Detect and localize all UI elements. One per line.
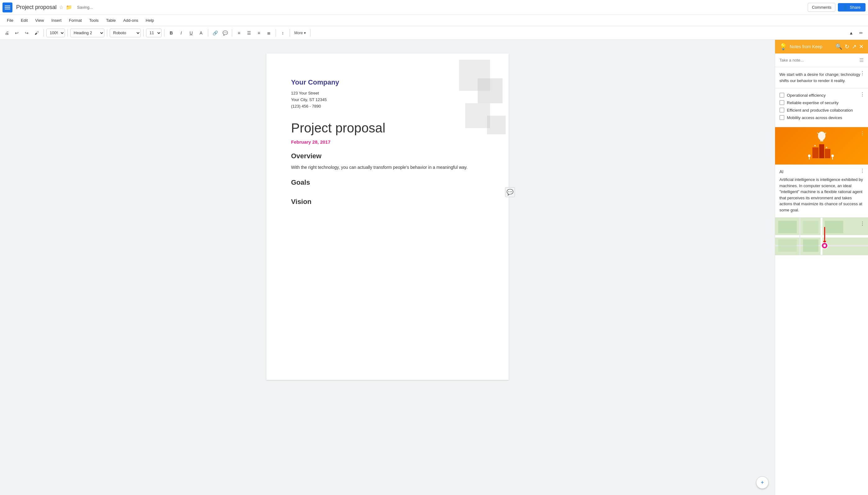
sidebar-open-icon[interactable]: ↗ <box>852 43 856 50</box>
svg-rect-21 <box>825 221 843 233</box>
align-right-button[interactable]: ≡ <box>254 29 263 37</box>
checklist-label-1: Reliable expertise of security <box>787 100 838 105</box>
checklist-menu[interactable]: ⋮ <box>860 91 865 97</box>
deco-square-3 <box>465 103 490 128</box>
comments-button[interactable]: Comments <box>808 3 835 12</box>
line-spacing-button[interactable]: ↕ <box>279 29 287 37</box>
deco-square-4 <box>487 116 506 134</box>
undo-button[interactable]: ↩ <box>13 29 21 37</box>
svg-rect-7 <box>825 149 830 158</box>
edit-mode-button[interactable]: ✏ <box>857 29 866 37</box>
checklist-checkbox-3[interactable] <box>779 115 784 120</box>
comment-button[interactable]: 💬 <box>220 29 229 37</box>
ai-card-menu[interactable]: ⋮ <box>860 168 865 174</box>
toolbar-separator-10 <box>310 29 311 37</box>
checklist-item-0: Operational efficiency <box>779 93 864 98</box>
app-menu-icon[interactable] <box>2 2 13 13</box>
toolbar-separator-4 <box>143 29 144 37</box>
checklist-card: ⋮ Operational efficiency Reliable expert… <box>775 88 868 127</box>
share-button[interactable]: 👤 Share <box>838 3 866 12</box>
main-content: Your Company 123 Your Street Your City, … <box>0 40 868 495</box>
map-image <box>775 218 868 255</box>
city-illustration: ★ ★ <box>803 130 840 161</box>
checklist-checkbox-0[interactable] <box>779 93 784 98</box>
note-input[interactable] <box>779 58 857 63</box>
sidebar-close-icon[interactable]: ✕ <box>859 43 864 50</box>
note-card-1-text: We start with a desire for change; techn… <box>779 71 864 84</box>
italic-button[interactable]: I <box>177 29 185 37</box>
deco-square-2 <box>478 78 502 103</box>
menu-addons[interactable]: Add-ons <box>120 17 141 24</box>
print-button[interactable]: 🖨 <box>2 29 11 37</box>
svg-rect-1 <box>820 140 823 141</box>
sidebar-search-icon[interactable]: 🔍 <box>835 43 842 50</box>
menu-table[interactable]: Table <box>103 17 119 24</box>
note-card-1-menu[interactable]: ⋮ <box>860 70 865 76</box>
toolbar: 🖨 ↩ ↪ 🖌 100% Heading 2 Roboto 11 B I U A… <box>0 26 868 40</box>
justify-button[interactable]: ≣ <box>264 29 273 37</box>
star-icon[interactable]: ☆ <box>59 4 64 10</box>
menu-insert[interactable]: Insert <box>48 17 65 24</box>
font-size-select[interactable]: 11 <box>146 29 162 37</box>
map-card: ⋮ <box>775 218 868 255</box>
underline-button[interactable]: U <box>187 29 195 37</box>
map-card-menu[interactable]: ⋮ <box>860 221 865 227</box>
paint-format-button[interactable]: 🖌 <box>32 29 41 37</box>
image-card-menu[interactable]: ⋮ <box>860 130 865 136</box>
menu-file[interactable]: File <box>4 17 16 24</box>
share-icon: 👤 <box>843 5 848 10</box>
section-vision-heading: Vision <box>291 198 484 206</box>
link-button[interactable]: 🔗 <box>211 29 219 37</box>
svg-text:★: ★ <box>814 144 816 147</box>
checklist-label-2: Efficient and productive collaboration <box>787 108 853 113</box>
menu-edit[interactable]: Edit <box>18 17 31 24</box>
ai-note-text: Artificial intelligence is intelligence … <box>779 176 864 213</box>
font-select[interactable]: Roboto <box>110 29 141 37</box>
style-select[interactable]: Heading 2 <box>70 29 104 37</box>
document-area: Your Company 123 Your Street Your City, … <box>0 40 775 495</box>
section-goals-heading: Goals <box>291 178 484 187</box>
bold-button[interactable]: B <box>167 29 176 37</box>
saving-status: Saving... <box>77 5 93 10</box>
checklist-item-2: Efficient and productive collaboration <box>779 107 864 113</box>
section-overview-heading: Overview <box>291 152 484 160</box>
svg-rect-22 <box>778 239 797 252</box>
keep-bulb-icon: 💡 <box>779 43 787 50</box>
image-card: ★ ★ ⋮ <box>775 127 868 165</box>
document-page[interactable]: Your Company 123 Your Street Your City, … <box>266 53 509 380</box>
checklist-checkbox-1[interactable] <box>779 100 784 105</box>
collapse-toolbar-button[interactable]: ▲ <box>847 29 855 37</box>
notes-sidebar: 💡 Notes from Keep 🔍 ↻ ↗ ✕ ☰ We start wit… <box>775 40 868 495</box>
sidebar-refresh-icon[interactable]: ↻ <box>845 43 849 50</box>
menu-view[interactable]: View <box>32 17 47 24</box>
checklist-label-0: Operational efficiency <box>787 93 826 98</box>
toolbar-separator-1 <box>43 29 44 37</box>
more-button[interactable]: More ▾ <box>293 29 308 37</box>
checklist-checkbox-2[interactable] <box>779 107 784 113</box>
text-color-button[interactable]: A <box>197 29 206 37</box>
svg-rect-23 <box>803 239 819 252</box>
svg-rect-19 <box>778 221 797 233</box>
folder-icon[interactable]: 📁 <box>66 4 72 10</box>
menu-help[interactable]: Help <box>143 17 157 24</box>
top-bar: Project proposal ☆ 📁 Saving... Comments … <box>0 0 868 15</box>
note-list-icon[interactable]: ☰ <box>859 57 864 63</box>
comment-bubble[interactable]: 💬 <box>505 187 515 197</box>
toolbar-separator-5 <box>164 29 164 37</box>
redo-button[interactable]: ↪ <box>22 29 31 37</box>
document-title: Project proposal <box>16 4 56 11</box>
svg-rect-5 <box>812 148 819 158</box>
toolbar-separator-8 <box>276 29 276 37</box>
svg-point-27 <box>823 244 826 247</box>
menu-tools[interactable]: Tools <box>86 17 102 24</box>
menu-format[interactable]: Format <box>66 17 85 24</box>
align-center-button[interactable]: ☰ <box>245 29 253 37</box>
section-overview-text: With the right technology, you can actua… <box>291 164 484 171</box>
sidebar-title: Notes from Keep <box>790 44 833 49</box>
svg-text:★: ★ <box>826 146 828 149</box>
zoom-select[interactable]: 100% <box>46 29 65 37</box>
svg-point-8 <box>808 155 811 157</box>
note-card-1: We start with a desire for change; techn… <box>775 67 868 88</box>
align-left-button[interactable]: ≡ <box>235 29 243 37</box>
floating-add-button[interactable]: + <box>756 476 768 489</box>
